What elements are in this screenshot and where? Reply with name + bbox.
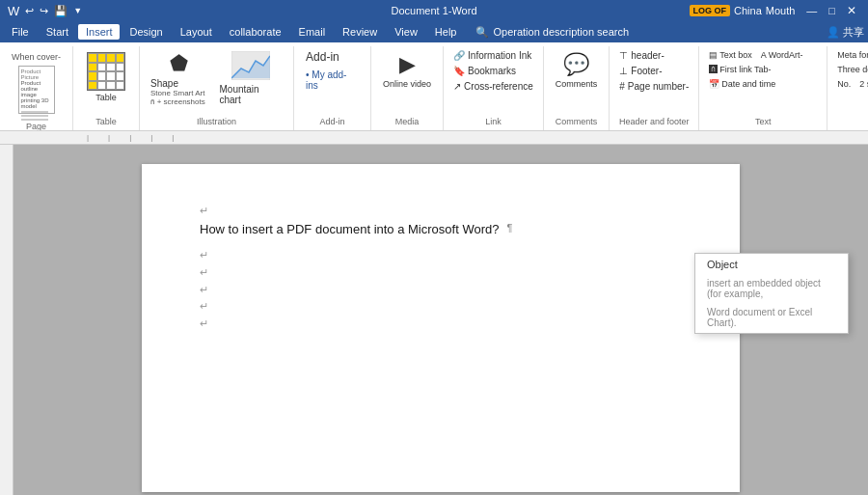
title-bar: W ↩ ↪ 💾 ▼ Document 1-Word LOG OF China M… [0, 0, 868, 21]
cross-reference-button[interactable]: ↗ Cross-reference [449, 79, 537, 94]
signature-line-button[interactable]: Three document parts-signature line [833, 63, 868, 76]
comments-group-label: Comments [550, 113, 604, 128]
word-icon: W [8, 4, 19, 18]
dropdown-sub2: Word document or Excel Chart). [695, 304, 848, 333]
customize-icon[interactable]: ▼ [73, 6, 82, 15]
ruler: | | | | | [0, 131, 868, 145]
comments-button[interactable]: 💬 Comments [550, 48, 604, 93]
table-items: Table [81, 48, 131, 113]
video-icon: ▶ [399, 52, 416, 77]
document-title: How to insert a PDF document into a Micr… [200, 220, 499, 240]
meta-formula-button[interactable]: Meta formula [833, 48, 868, 62]
menu-collaborate[interactable]: collaborate [222, 24, 289, 40]
main-container: | | | | | ↵ How to insert a PDF document… [0, 131, 868, 495]
pilcrow-2: ↵ [200, 247, 682, 264]
page-number-button[interactable]: # Page number- [615, 79, 692, 94]
menu-email[interactable]: Email [291, 24, 334, 40]
menu-insert[interactable]: Insert [78, 24, 121, 40]
symbol-items: Meta formula Three document parts-signat… [833, 48, 868, 91]
footer-button[interactable]: ⊥ Footer- [615, 64, 692, 78]
menu-view[interactable]: View [387, 24, 425, 40]
illustration-items: ⬟ Shape Stone Smart Art ñ + screenshots … [146, 48, 287, 109]
save-icon[interactable]: 💾 [54, 5, 68, 17]
datetime-button[interactable]: 📅 Date and time [705, 77, 779, 91]
no-button[interactable]: No. [833, 77, 854, 91]
pilcrow-5: ↵ [200, 298, 682, 316]
online-video-button[interactable]: ▶ Online video [377, 48, 437, 93]
document-area: ↵ How to insert a PDF document into a Mi… [14, 145, 868, 495]
illustration-group-label: Illustration [146, 113, 287, 128]
dropdown-menu: Object insert an embedded object (for ex… [694, 253, 849, 334]
link-group-label: Link [449, 113, 537, 128]
ribbon-symbol-group: Meta formula Three document parts-signat… [827, 46, 868, 130]
pilcrow-6: ↵ [200, 316, 682, 333]
firstlink-icon: 🅰 [709, 65, 718, 74]
bookmarks-button[interactable]: 🔖 Bookmarks [449, 64, 537, 78]
share-button[interactable]: 👤 共享 [827, 25, 864, 40]
shape-button[interactable]: ⬟ Shape Stone Smart Art ñ + screenshots [146, 48, 212, 109]
menu-design[interactable]: Design [122, 24, 170, 40]
menu-bar: File Start Insert Design Layout collabor… [0, 21, 868, 42]
menu-file[interactable]: File [4, 24, 37, 40]
information-ink-button[interactable]: 🔗 Information Ink [449, 48, 537, 63]
minimize-button[interactable]: — [802, 5, 821, 16]
menu-start[interactable]: Start [39, 24, 76, 40]
shape-section: Shape Stone Smart Art ñ + screenshots [150, 78, 207, 106]
header-button[interactable]: ⊤ header- [615, 48, 692, 63]
title-bar-left: W ↩ ↪ 💾 ▼ [8, 4, 82, 18]
page-num-icon: # [619, 81, 625, 92]
text-items: ▤ Text box A WordArt- 🅰 First link Tab- … [705, 48, 821, 91]
cover-page-icon: When cover- [12, 52, 61, 62]
table-button[interactable]: Table [81, 48, 131, 106]
menu-help[interactable]: Help [427, 24, 465, 40]
table-label: Table [95, 93, 117, 102]
dropdown-object-item[interactable]: Object [695, 254, 848, 275]
textbox-icon: ▤ [709, 50, 718, 60]
bookmark-icon: 🔖 [453, 66, 465, 76]
wordart-icon: A [761, 50, 767, 60]
comments-items: 💬 Comments [550, 48, 604, 113]
hf-group-label: Header and footer [615, 113, 692, 128]
header-icon: ⊤ [619, 50, 628, 61]
pilcrow-1: ↵ [200, 203, 682, 220]
my-addins-button[interactable]: My add-ins [302, 68, 363, 93]
shape-icon: ⬟ [170, 51, 188, 76]
china-label: China [734, 5, 762, 16]
ribbon: When cover- Product Picture Product outl… [0, 42, 868, 131]
ribbon-text-group: ▤ Text box A WordArt- 🅰 First link Tab- … [699, 46, 827, 130]
ribbon-media-group: ▶ Online video Media [371, 46, 444, 130]
mountain-chart-icon [231, 51, 270, 80]
page-items: When cover- Product Picture Product outl… [6, 48, 67, 118]
cover-page-button[interactable]: When cover- Product Picture Product outl… [6, 48, 67, 118]
wordart-button[interactable]: A WordArt- [757, 48, 807, 62]
symbol-group-label: Symbol [833, 113, 868, 128]
title-line: How to insert a PDF document into a Micr… [200, 220, 682, 248]
ribbon-table-group: Table Table [73, 46, 140, 130]
maximize-button[interactable]: □ [825, 5, 839, 16]
mouth-label: Mouth [766, 5, 796, 16]
media-group-label: Media [377, 113, 437, 128]
cover-thumb: Product Picture Product outline image pr… [18, 66, 55, 114]
addin-button[interactable]: Add-in [302, 48, 363, 66]
close-button[interactable]: ✕ [843, 4, 860, 17]
share-label: 共享 [843, 26, 864, 38]
mountain-chart-button[interactable]: Mountain chart [214, 48, 287, 108]
document-page: ↵ How to insert a PDF document into a Mi… [142, 164, 740, 492]
pilcrow-3: ↵ [200, 264, 682, 282]
table-icon [87, 52, 125, 91]
log-badge: LOG OF [690, 5, 731, 16]
firstlink-button[interactable]: 🅰 First link Tab- [705, 63, 774, 76]
undo-icon[interactable]: ↩ [25, 5, 34, 17]
cross-ref-icon: ↗ [453, 81, 461, 92]
datetime-icon: 📅 [709, 79, 719, 89]
search-bar[interactable]: 🔍 Operation description search [475, 26, 629, 39]
ribbon-link-group: 🔗 Information Ink 🔖 Bookmarks ↗ Cross-re… [444, 46, 544, 130]
media-items: ▶ Online video [377, 48, 437, 113]
redo-icon[interactable]: ↪ [40, 5, 48, 17]
menu-layout[interactable]: Layout [173, 24, 220, 40]
symbol-button[interactable]: 2 symbol- [855, 77, 868, 91]
menu-review[interactable]: Review [335, 24, 385, 40]
ribbon-addin-group: Add-in My add-ins Add-in [294, 46, 371, 130]
window-title: Document 1-Word [391, 5, 476, 16]
textbox-button[interactable]: ▤ Text box [705, 48, 756, 62]
